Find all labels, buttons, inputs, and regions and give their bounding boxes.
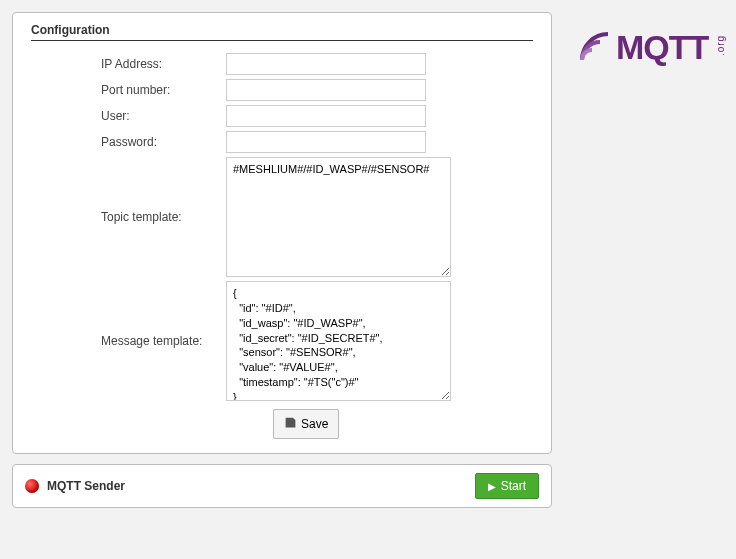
start-button-label: Start: [501, 479, 526, 493]
topic-template-textarea[interactable]: [226, 157, 451, 277]
logo-org: .org: [715, 34, 726, 55]
password-input[interactable]: [226, 131, 426, 153]
start-button[interactable]: ▶ Start: [475, 473, 539, 499]
ip-label: IP Address:: [31, 57, 226, 71]
password-label: Password:: [31, 135, 226, 149]
panel-divider: [31, 40, 533, 41]
save-button[interactable]: Save: [273, 409, 339, 439]
mqtt-arc-icon: [580, 32, 610, 62]
message-template-textarea[interactable]: [226, 281, 451, 401]
topic-template-label: Topic template:: [31, 210, 226, 224]
ip-address-input[interactable]: [226, 53, 426, 75]
mqtt-logo: MQTT .org: [580, 30, 732, 64]
status-indicator-icon: [25, 479, 39, 493]
logo-text: MQTT: [616, 30, 708, 64]
save-button-label: Save: [301, 417, 328, 431]
configuration-panel: Configuration IP Address: Port number: U…: [12, 12, 552, 454]
port-label: Port number:: [31, 83, 226, 97]
panel-title: Configuration: [31, 23, 533, 37]
play-icon: ▶: [488, 481, 496, 492]
user-input[interactable]: [226, 105, 426, 127]
port-number-input[interactable]: [226, 79, 426, 101]
mqtt-sender-panel: MQTT Sender ▶ Start: [12, 464, 552, 508]
user-label: User:: [31, 109, 226, 123]
sender-title: MQTT Sender: [47, 479, 125, 493]
message-template-label: Message template:: [31, 334, 226, 348]
save-icon: [284, 416, 297, 432]
